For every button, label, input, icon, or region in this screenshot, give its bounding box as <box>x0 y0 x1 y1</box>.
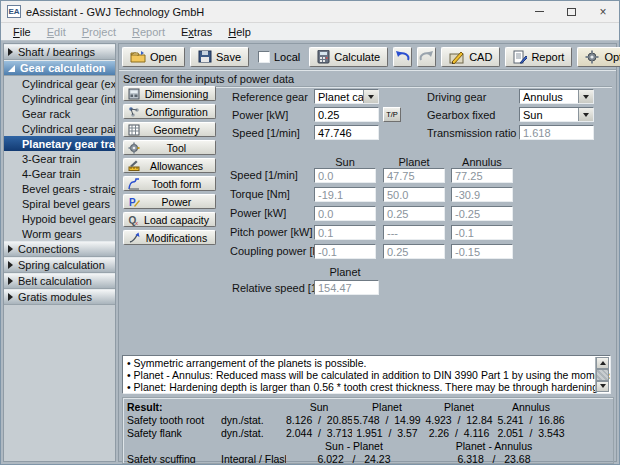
sidebar-item-gear-rack[interactable]: Gear rack <box>4 106 115 121</box>
configuration-button[interactable]: Configuration <box>123 104 216 119</box>
chevron-down-icon[interactable] <box>578 90 593 103</box>
window-controls: × <box>523 1 619 23</box>
gear-value-torque-nm-annulus: -30.9 <box>451 187 513 202</box>
result-row-mode: dyn./stat. <box>221 427 286 439</box>
result-value: 6.022 / 24.23 <box>286 453 422 465</box>
result-row-mode: dyn./stat. <box>221 414 286 426</box>
driving-gear-value: Annulus <box>520 90 578 103</box>
report-button[interactable]: Report <box>505 47 572 67</box>
sidebar-item-bevel-gears-straight-helical[interactable]: Bevel gears - straight/helical <box>4 181 115 196</box>
button-label: Modifications <box>141 232 212 244</box>
redo-button <box>417 47 436 67</box>
driving-gear-select[interactable]: Annulus <box>519 89 594 104</box>
sidebar-item-cylindrical-gear-internal[interactable]: Cylindrical gear (internal) <box>4 91 115 106</box>
message-line: • Symmetric arrangement of the planets i… <box>127 357 594 369</box>
sidebar-item-cylindrical-gear-pair[interactable]: Cylindrical gear pair <box>4 121 115 136</box>
menu-file[interactable]: File <box>5 24 39 40</box>
sidebar-item-spiral-bevel-gears[interactable]: Spiral bevel gears <box>4 196 115 211</box>
cad-button[interactable]: CAD <box>441 47 500 67</box>
gear-value-power-kw-annulus: -0.25 <box>451 206 513 221</box>
button-label: Open <box>150 51 177 63</box>
result-row-label-safety-scuffing: Safety scuffing <box>127 453 221 465</box>
section-collapsed-icon <box>8 261 13 269</box>
close-button[interactable]: × <box>587 1 619 23</box>
allowances-button[interactable]: Allowances <box>123 158 216 173</box>
scrollbar-thumb[interactable] <box>596 369 609 381</box>
menu-help[interactable]: Help <box>220 24 259 40</box>
sidebar-item-cylindrical-gear-external[interactable]: Cylindrical gear (external) <box>4 76 115 91</box>
sidebar-item-4-gear-train[interactable]: 4-Gear train <box>4 166 115 181</box>
open-button[interactable]: Open <box>122 47 185 67</box>
toolbar: OpenSaveLocalCalculateCADReportOptionsHe… <box>119 44 616 70</box>
sidebar-section-shaft-bearings[interactable]: Shaft / bearings <box>4 44 115 60</box>
geometry-button[interactable]: Geometry <box>123 122 216 137</box>
gear-value-pitch-power-kw-sun: 0.1 <box>314 225 376 240</box>
gear-value-coupling-power-kw-sun: -0.1 <box>314 244 376 259</box>
result-value: 1.951 / 3.57 <box>352 427 422 439</box>
options-button[interactable]: Options <box>577 47 620 67</box>
gearbox-fixed-select[interactable]: Sun <box>519 107 594 122</box>
sidebar-item-hypoid-bevel-gears[interactable]: Hypoid bevel gears <box>4 211 115 226</box>
save-button[interactable]: Save <box>190 47 249 67</box>
button-label: Tool <box>141 142 212 154</box>
power-input[interactable]: 0.25 <box>314 107 379 122</box>
section-label: Gratis modules <box>18 291 92 303</box>
local-checkbox[interactable] <box>258 51 270 63</box>
tooth-form-button[interactable]: Tooth form <box>123 176 216 191</box>
scroll-up-icon[interactable] <box>596 357 609 369</box>
gear-value-coupling-power-kw-planet-carrier: 0.25 <box>383 244 445 259</box>
sidebar-section-connections[interactable]: Connections <box>4 241 115 257</box>
speed-input[interactable]: 47.746 <box>314 125 379 140</box>
calculator-icon <box>317 50 330 64</box>
scroll-down-icon[interactable] <box>596 381 609 393</box>
gear-column-header-annulus: Annulus <box>451 156 513 168</box>
result-pair-header-planet-annulus: Planet - Annulus <box>422 440 566 452</box>
modifications-icon <box>127 232 141 244</box>
maximize-button[interactable] <box>555 1 587 23</box>
app-body: Shaft / bearingsGear calculationCylindri… <box>1 41 619 464</box>
button-label: Calculate <box>334 51 380 63</box>
chevron-down-icon[interactable] <box>578 108 593 121</box>
button-label: Power <box>141 196 212 208</box>
allowances-icon <box>127 160 141 172</box>
power-button[interactable]: PPower <box>123 194 216 209</box>
button-label: CAD <box>469 51 492 63</box>
button-label: Save <box>216 51 241 63</box>
minimize-button[interactable] <box>523 1 555 23</box>
undo-button[interactable] <box>393 47 412 67</box>
message-box: • Symmetric arrangement of the planets i… <box>122 355 611 394</box>
sidebar-section-gratis-modules[interactable]: Gratis modules <box>4 289 115 305</box>
sidebar-section-belt-calculation[interactable]: Belt calculation <box>4 273 115 289</box>
sidebar-item-planetary-gear-train[interactable]: Planetary gear train <box>4 136 115 151</box>
load-capacity-icon: Qx <box>127 214 141 226</box>
reference-gear-select[interactable]: Planet carrier <box>314 89 379 104</box>
button-label: Configuration <box>141 106 212 118</box>
menu-edit: Edit <box>39 24 74 40</box>
sidebar-section-gear-calculation[interactable]: Gear calculation <box>4 60 115 76</box>
button-label: Report <box>531 51 564 63</box>
chevron-down-icon[interactable] <box>363 90 378 103</box>
button-label: Allowances <box>141 160 212 172</box>
torque-power-toggle-button[interactable]: T/P <box>383 107 401 122</box>
menu-extras[interactable]: Extras <box>173 24 220 40</box>
result-value: 2.051 / 3.543 <box>496 427 566 439</box>
dimensioning-button[interactable]: Dimensioning <box>123 86 216 101</box>
tool-button[interactable]: Tool <box>123 140 216 155</box>
tool-icon <box>127 142 141 154</box>
local-checkbox-group: Local <box>254 51 304 63</box>
sidebar-item-worm-gears[interactable]: Worm gears <box>4 226 115 241</box>
section-label: Connections <box>18 243 79 255</box>
app-icon: EA <box>7 5 21 18</box>
result-panel: Result:SunPlanetPlanetAnnulusSafety toot… <box>122 397 614 464</box>
calculate-button[interactable]: Calculate <box>309 47 388 67</box>
button-label: Tooth form <box>141 178 212 190</box>
modifications-button[interactable]: Modifications <box>123 230 216 245</box>
load-capacity-button[interactable]: QxLoad capacity <box>123 212 216 227</box>
gear-value-pitch-power-kw-planet-carrier: --- <box>383 225 445 240</box>
section-label: Belt calculation <box>18 275 92 287</box>
sidebar-section-spring-calculation[interactable]: Spring calculation <box>4 257 115 273</box>
result-value: 5.241 / 16.86 <box>496 414 566 426</box>
sidebar-item-3-gear-train[interactable]: 3-Gear train <box>4 151 115 166</box>
gear-value-speed-1-min-planet-carrier: 47.75 <box>383 168 445 183</box>
result-column-header-sun: Sun <box>286 401 352 413</box>
